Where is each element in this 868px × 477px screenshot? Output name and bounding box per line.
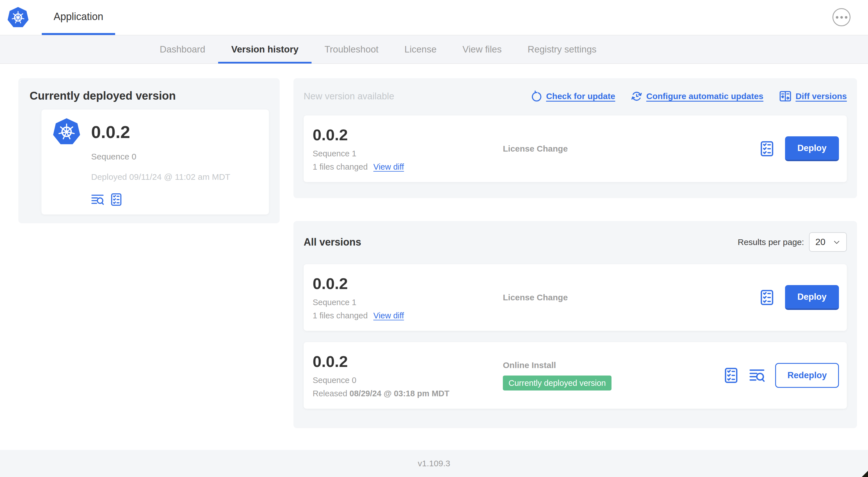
app-title: Application xyxy=(54,11,103,23)
configure-automatic-updates-link[interactable]: Configure automatic updates xyxy=(631,91,763,102)
refresh-icon xyxy=(531,91,542,102)
version-sequence: Sequence 1 xyxy=(313,149,488,158)
new-version-title: New version available xyxy=(304,91,394,101)
mouse-cursor-artifact xyxy=(861,470,868,477)
files-changed: 1 files changed xyxy=(313,162,368,172)
tab-dashboard[interactable]: Dashboard xyxy=(147,35,218,63)
version-number: 0.0.2 xyxy=(313,353,488,370)
currently-deployed-card: Currently deployed version 0.0.2 Sequenc… xyxy=(18,78,280,223)
view-diff-link[interactable]: View diff xyxy=(373,162,404,172)
version-sequence: Sequence 0 xyxy=(313,376,488,385)
check-for-update-link[interactable]: Check for update xyxy=(531,91,615,102)
deployed-card-title: Currently deployed version xyxy=(30,89,268,102)
checklist-icon xyxy=(759,141,775,157)
view-logs-button[interactable] xyxy=(91,193,104,206)
version-source: License Change xyxy=(503,293,568,302)
files-changed: 1 files changed xyxy=(313,311,368,320)
app-header: Application xyxy=(0,0,868,35)
all-versions-section: All versions Results per page: 20 0.0.2 … xyxy=(293,221,857,428)
subnav: Dashboard Version history Troubleshoot L… xyxy=(0,35,868,64)
preflight-checks-button[interactable] xyxy=(110,193,123,206)
diff-versions-link[interactable]: Diff versions xyxy=(779,90,847,102)
preflight-checks-button[interactable] xyxy=(759,141,775,157)
view-logs-button[interactable] xyxy=(749,367,765,383)
tab-license[interactable]: License xyxy=(392,35,450,63)
checklist-icon xyxy=(723,367,739,383)
more-menu-button[interactable] xyxy=(832,8,850,26)
chevron-down-icon xyxy=(833,238,841,246)
console-version: v1.109.3 xyxy=(417,459,450,468)
version-history-page: Application Dashboard Version history Tr… xyxy=(0,0,868,477)
deploy-button[interactable]: Deploy xyxy=(785,285,839,310)
preflight-checks-button[interactable] xyxy=(723,367,739,383)
tab-troubleshoot[interactable]: Troubleshoot xyxy=(312,35,392,63)
view-diff-link[interactable]: View diff xyxy=(373,311,404,320)
new-version-row: 0.0.2 Sequence 1 1 files changed View di… xyxy=(304,115,847,182)
kubernetes-logo-icon xyxy=(7,7,29,28)
all-versions-title: All versions xyxy=(304,236,361,248)
version-source: License Change xyxy=(503,144,568,153)
tab-registry-settings[interactable]: Registry settings xyxy=(515,35,610,63)
app-tab-application[interactable]: Application xyxy=(42,0,115,35)
diff-icon xyxy=(779,90,792,102)
results-per-page-select[interactable]: 20 xyxy=(809,232,847,252)
currently-deployed-badge: Currently deployed version xyxy=(503,376,612,391)
logs-icon xyxy=(749,367,765,383)
deployed-version-card: 0.0.2 Sequence 0 Deployed 09/11/24 @ 11:… xyxy=(41,110,269,214)
checklist-icon xyxy=(759,290,775,305)
version-number: 0.0.2 xyxy=(313,126,488,144)
tab-version-history[interactable]: Version history xyxy=(218,35,311,63)
version-row-sequence-1: 0.0.2 Sequence 1 1 files changed View di… xyxy=(304,264,847,331)
released-timestamp: Released 08/29/24 @ 03:18 pm MDT xyxy=(313,389,488,398)
redeploy-button[interactable]: Redeploy xyxy=(775,363,839,388)
preflight-checks-button[interactable] xyxy=(759,290,775,305)
clock-refresh-icon xyxy=(631,91,642,102)
version-source: Online Install xyxy=(503,360,612,370)
logs-icon xyxy=(91,193,104,206)
deployed-timestamp: Deployed 09/11/24 @ 11:02 am MDT xyxy=(91,172,258,182)
deploy-button[interactable]: Deploy xyxy=(785,136,839,161)
version-number: 0.0.2 xyxy=(313,275,488,293)
version-sequence: Sequence 1 xyxy=(313,298,488,307)
new-version-section: New version available Check for update C… xyxy=(293,78,857,198)
version-row-sequence-0: 0.0.2 Sequence 0 Released 08/29/24 @ 03:… xyxy=(304,342,847,409)
deployed-version-number: 0.0.2 xyxy=(91,122,130,142)
footer: v1.109.3 xyxy=(0,450,868,477)
ellipsis-icon xyxy=(836,16,838,19)
results-per-page-label: Results per page: xyxy=(738,237,804,247)
checklist-icon xyxy=(110,193,123,206)
tab-view-files[interactable]: View files xyxy=(450,35,515,63)
kubernetes-app-icon xyxy=(53,118,81,146)
deployed-sequence: Sequence 0 xyxy=(91,152,258,161)
